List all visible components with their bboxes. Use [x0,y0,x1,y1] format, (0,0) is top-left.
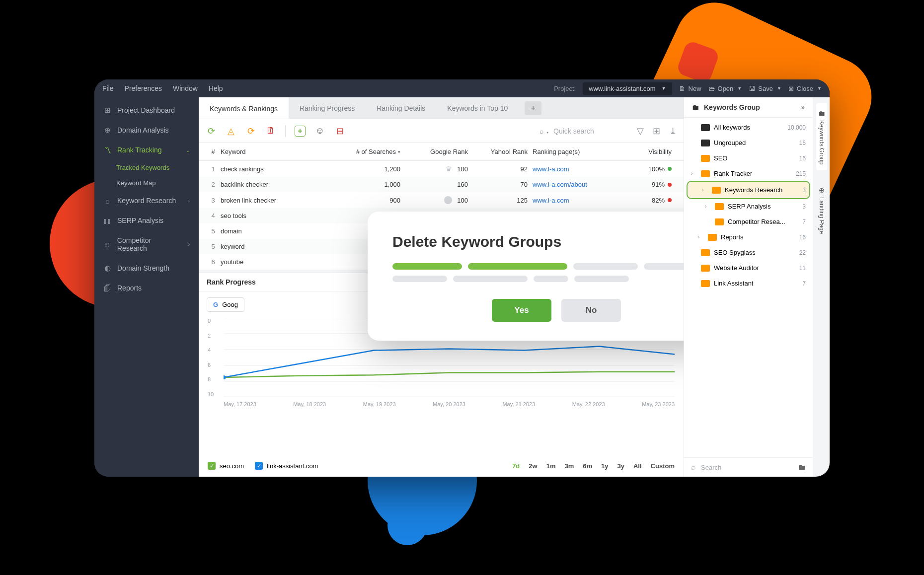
open-label: Open [718,85,734,92]
table-header: # Keyword # of Searches▾ Google Rank Yah… [199,143,684,161]
export-icon[interactable]: ⤓ [669,126,677,137]
folder-add-icon[interactable]: 🖿 [798,463,806,472]
search-wrap: ⌕ ▾ [539,127,628,135]
sidebar-item-label: Competitor Research [117,236,182,252]
sidebar-item-keyword-research[interactable]: ⌕ Keyword Research › [94,191,199,211]
no-button[interactable]: No [561,299,621,322]
th-keyword[interactable]: Keyword [221,148,344,155]
status-dot-icon [668,183,672,187]
th-searches[interactable]: # of Searches▾ [344,148,408,155]
timerange-3m[interactable]: 3m [564,462,574,470]
y-axis-labels: 0246810 [208,318,214,397]
timerange-1y[interactable]: 1y [601,462,608,470]
tab-add-button[interactable]: + [525,101,541,115]
th-ranking-pages[interactable]: Ranking page(s) [533,148,622,155]
th-google-rank[interactable]: Google Rank [408,148,473,155]
sidebar-item-serp-analysis[interactable]: ⫿⫿ SERP Analysis [94,211,199,230]
search-engine-select[interactable]: G Goog [207,297,244,312]
folder-item[interactable]: Ungrouped16 [684,135,813,150]
analytics-icon[interactable]: ◬ [226,126,236,137]
panel-header: 🖿 Keywords Group » [684,97,813,118]
panel-search-input[interactable] [701,464,793,471]
sidebar-item-competitor-research[interactable]: ☺ Competitor Research › [94,230,199,258]
td-number: 5 [206,227,221,235]
td-searches: 1,000 [344,181,408,188]
timerange-7d[interactable]: 7d [512,462,520,470]
folder-label: Ungrouped [714,139,746,146]
th-number[interactable]: # [206,148,221,155]
menu-window[interactable]: Window [173,84,198,92]
timerange-All[interactable]: All [633,462,642,470]
sidebar-item-rank-tracking[interactable]: 〽 Rank Tracking ⌄ [94,140,199,160]
menu-preferences[interactable]: Preferences [125,84,162,92]
chart-legend: ✓ seo.com ✓ link-assistant.com [208,462,318,470]
timerange-1m[interactable]: 1m [546,462,556,470]
new-button[interactable]: 🗎 New [679,85,701,92]
sidebar-item-reports[interactable]: 🗐 Reports [94,278,199,298]
folder-item[interactable]: SEO Spyglass22 [684,245,813,260]
sidebar-sub-tracked-keywords[interactable]: Tracked Keywords [94,160,199,175]
close-button[interactable]: ⊠ Close ▼ [788,85,822,92]
tab-ranking-details[interactable]: Ranking Details [366,97,436,119]
legend-item-seo[interactable]: ✓ seo.com [208,462,244,470]
td-ranking-page[interactable]: www.l-a.com [533,165,622,173]
td-number: 1 [206,165,221,173]
td-keyword: keyword [221,243,344,250]
folder-item[interactable]: ›Keywords Research3 [688,182,809,198]
refresh-icon[interactable]: ⟳ [206,126,217,137]
sidebar-item-project-dashboard[interactable]: ⊞ Project Dashboard [94,100,199,120]
grid-icon[interactable]: ⊞ [653,126,660,137]
remove-icon[interactable]: ⊟ [334,126,345,137]
menu-file[interactable]: File [102,84,114,92]
folder-item[interactable]: ›SERP Analysis3 [684,199,813,214]
vtab-keywords-group[interactable]: 🖿 Keywords Group [816,103,827,170]
folder-icon: 🖿 [692,103,699,111]
filter-icon[interactable]: ▽ [637,126,644,137]
table-row[interactable]: 1check rankings1,200♛10092www.l-a.com100… [199,161,684,177]
save-button[interactable]: 🖫 Save ▼ [749,85,781,92]
table-row[interactable]: 2backlink checker1,00016070www.l-a.com/a… [199,177,684,192]
project-dropdown[interactable]: www.link-assistant.com ▼ [583,82,672,95]
tag-refresh-icon[interactable]: ⟳ [245,126,256,137]
legend-label: seo.com [220,462,244,470]
search-dropdown[interactable]: ⌕ ▾ [539,127,549,135]
folder-item[interactable]: ›Rank Tracker215 [684,166,813,181]
group-icon[interactable]: ☺ [314,126,325,137]
folder-item[interactable]: SEO16 [684,150,813,166]
add-button[interactable]: + [295,126,306,137]
menu-help[interactable]: Help [209,84,223,92]
tab-keywords-rankings[interactable]: Keywords & Rankings [199,97,289,119]
th-visibility[interactable]: Visibility [622,148,677,155]
tab-ranking-progress[interactable]: Ranking Progress [289,97,366,119]
sidebar-item-domain-analysis[interactable]: ⊕ Domain Analysis [94,120,199,140]
td-ranking-page[interactable]: www.l-a.com/about [533,181,622,188]
folder-item[interactable]: Link Assistant7 [684,276,813,291]
calendar-icon[interactable]: 🗓 [265,126,276,137]
yes-button[interactable]: Yes [492,299,551,322]
delete-keyword-groups-modal: Delete Keyword Groups Yes No [368,212,684,341]
panel-title: Keywords Group [704,103,760,111]
sidebar-item-label: Domain Analysis [117,126,169,134]
folder-item[interactable]: Website Auditor11 [684,260,813,276]
timerange-6m[interactable]: 6m [583,462,592,470]
gauge-icon: ◐ [103,264,111,272]
folder-count: 16 [799,155,806,162]
open-button[interactable]: 🗁 Open ▼ [708,85,742,92]
sidebar-sub-keyword-map[interactable]: Keyword Map [94,175,199,191]
tab-keywords-top10[interactable]: Keywords in Top 10 [436,97,519,119]
vtab-landing-page[interactable]: ⊕ Landing Page [816,180,827,240]
search-input[interactable] [553,127,628,135]
th-yahoo-rank[interactable]: Yahoo! Rank [473,148,533,155]
td-keyword: domain [221,227,344,235]
timerange-2w[interactable]: 2w [529,462,537,470]
folder-item[interactable]: All keywords10,000 [684,120,813,135]
table-row[interactable]: 3broken link checker900100125www.l-a.com… [199,192,684,208]
timerange-3y[interactable]: 3y [617,462,624,470]
folder-item[interactable]: Competitor Resea...7 [684,214,813,229]
collapse-icon[interactable]: » [801,103,805,111]
folder-item[interactable]: ›Reports16 [684,229,813,245]
td-ranking-page[interactable]: www.l-a.com [533,197,622,204]
sidebar-item-domain-strength[interactable]: ◐ Domain Strength [94,258,199,278]
timerange-Custom[interactable]: Custom [651,462,675,470]
legend-item-link-assistant[interactable]: ✓ link-assistant.com [255,462,318,470]
